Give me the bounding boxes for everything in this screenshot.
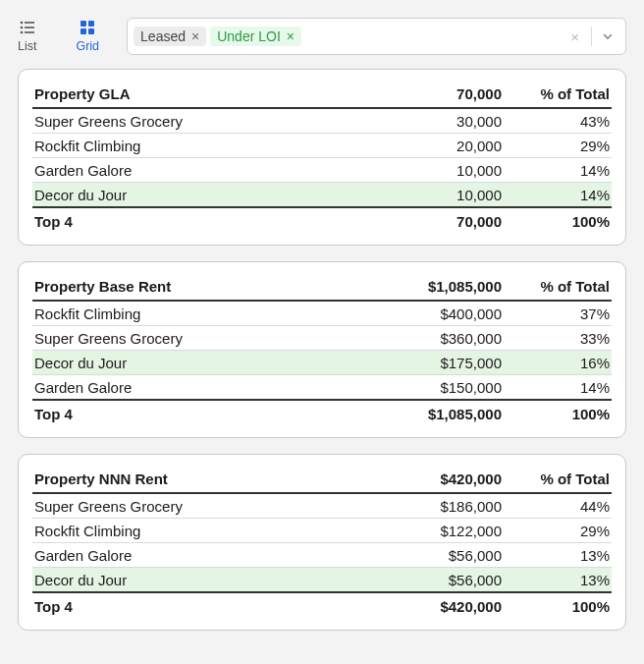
row-value: 10,000 — [347, 183, 504, 208]
view-grid-button[interactable]: Grid — [76, 20, 99, 53]
row-pct: 44% — [504, 493, 612, 519]
row-pct: 43% — [504, 108, 612, 134]
chevron-down-icon[interactable] — [598, 28, 619, 45]
header-title: Property NNN Rent — [32, 465, 347, 493]
row-value: $56,000 — [347, 543, 504, 568]
header-total: $1,085,000 — [347, 272, 504, 301]
row-pct: 14% — [504, 375, 612, 401]
total-label: Top 4 — [32, 207, 347, 235]
close-icon[interactable]: × — [191, 29, 199, 43]
toolbar: List Grid Leased × Under LOI × × — [0, 0, 644, 67]
row-label: Garden Galore — [32, 543, 347, 568]
table-property-base-rent: Property Base Rent $1,085,000 % of Total… — [32, 272, 612, 427]
row-pct: 16% — [504, 351, 612, 375]
table-row: Rockfit Climbing $122,000 29% — [32, 519, 612, 543]
total-pct: 100% — [504, 400, 612, 427]
table-row: Garden Galore 10,000 14% — [32, 158, 612, 183]
header-title: Property GLA — [32, 80, 347, 108]
table-row: Garden Galore $56,000 13% — [32, 543, 612, 568]
total-label: Top 4 — [32, 400, 347, 427]
table-total: Top 4 $420,000 100% — [32, 592, 612, 620]
row-label: Garden Galore — [32, 375, 347, 401]
svg-point-0 — [20, 22, 23, 25]
row-pct: 13% — [504, 568, 612, 593]
total-value: 70,000 — [347, 207, 504, 235]
svg-rect-9 — [88, 28, 94, 34]
header-pct: % of Total — [504, 80, 612, 108]
list-icon — [20, 20, 35, 35]
table-total: Top 4 $1,085,000 100% — [32, 400, 612, 427]
svg-rect-7 — [88, 21, 94, 27]
filter-chip-leased[interactable]: Leased × — [134, 27, 206, 46]
filter-select[interactable]: Leased × Under LOI × × — [127, 18, 626, 55]
svg-point-4 — [20, 31, 23, 34]
row-value: 30,000 — [347, 108, 504, 134]
row-pct: 14% — [504, 183, 612, 208]
svg-rect-8 — [80, 28, 86, 34]
header-pct: % of Total — [504, 465, 612, 493]
table-header: Property GLA 70,000 % of Total — [32, 80, 612, 108]
total-pct: 100% — [504, 592, 612, 620]
row-label: Rockfit Climbing — [32, 134, 347, 158]
filter-chip-under-loi[interactable]: Under LOI × — [210, 27, 301, 46]
grid-icon — [80, 20, 95, 35]
table-row: Rockfit Climbing $400,000 37% — [32, 301, 612, 326]
clear-filters-icon[interactable]: × — [564, 28, 585, 45]
table-row: Garden Galore $150,000 14% — [32, 375, 612, 401]
table-row: Super Greens Grocery 30,000 43% — [32, 108, 612, 134]
header-pct: % of Total — [504, 272, 612, 301]
card-property-base-rent: Property Base Rent $1,085,000 % of Total… — [18, 261, 626, 438]
table-header: Property NNN Rent $420,000 % of Total — [32, 465, 612, 493]
table-property-nnn-rent: Property NNN Rent $420,000 % of Total Su… — [32, 465, 612, 620]
card-property-nnn-rent: Property NNN Rent $420,000 % of Total Su… — [18, 454, 626, 631]
filter-chip-label: Leased — [140, 29, 186, 43]
svg-rect-5 — [25, 31, 34, 33]
row-value: $186,000 — [347, 493, 504, 519]
row-value: 10,000 — [347, 158, 504, 183]
header-total: $420,000 — [347, 465, 504, 493]
card-property-gla: Property GLA 70,000 % of Total Super Gre… — [18, 69, 626, 246]
header-total: 70,000 — [347, 80, 504, 108]
table-row: Decor du Jour 10,000 14% — [32, 183, 612, 208]
svg-rect-1 — [25, 22, 34, 24]
close-icon[interactable]: × — [287, 29, 295, 43]
total-pct: 100% — [504, 207, 612, 235]
row-label: Decor du Jour — [32, 183, 347, 208]
total-label: Top 4 — [32, 592, 347, 620]
row-value: $360,000 — [347, 326, 504, 351]
filter-chip-label: Under LOI — [217, 29, 281, 43]
view-list-button[interactable]: List — [18, 20, 36, 53]
row-value: $150,000 — [347, 375, 504, 401]
row-label: Garden Galore — [32, 158, 347, 183]
row-value: $122,000 — [347, 519, 504, 543]
row-label: Super Greens Grocery — [32, 493, 347, 519]
svg-rect-3 — [25, 27, 34, 28]
row-pct: 14% — [504, 158, 612, 183]
divider — [591, 27, 592, 46]
total-value: $420,000 — [347, 592, 504, 620]
row-pct: 29% — [504, 519, 612, 543]
view-grid-label: Grid — [76, 39, 99, 53]
cards-container: Property GLA 70,000 % of Total Super Gre… — [0, 67, 644, 648]
row-pct: 29% — [504, 134, 612, 158]
row-value: $56,000 — [347, 568, 504, 593]
table-property-gla: Property GLA 70,000 % of Total Super Gre… — [32, 80, 612, 235]
row-pct: 33% — [504, 326, 612, 351]
view-list-label: List — [18, 39, 36, 53]
row-value: $175,000 — [347, 351, 504, 375]
table-header: Property Base Rent $1,085,000 % of Total — [32, 272, 612, 301]
svg-rect-6 — [80, 21, 86, 27]
table-total: Top 4 70,000 100% — [32, 207, 612, 235]
row-label: Decor du Jour — [32, 568, 347, 593]
table-row: Super Greens Grocery $360,000 33% — [32, 326, 612, 351]
table-row: Rockfit Climbing 20,000 29% — [32, 134, 612, 158]
svg-point-2 — [20, 27, 23, 29]
table-row: Decor du Jour $56,000 13% — [32, 568, 612, 593]
row-pct: 37% — [504, 301, 612, 326]
row-label: Rockfit Climbing — [32, 301, 347, 326]
header-title: Property Base Rent — [32, 272, 347, 301]
total-value: $1,085,000 — [347, 400, 504, 427]
row-value: 20,000 — [347, 134, 504, 158]
row-pct: 13% — [504, 543, 612, 568]
view-switch: List Grid — [18, 16, 99, 53]
